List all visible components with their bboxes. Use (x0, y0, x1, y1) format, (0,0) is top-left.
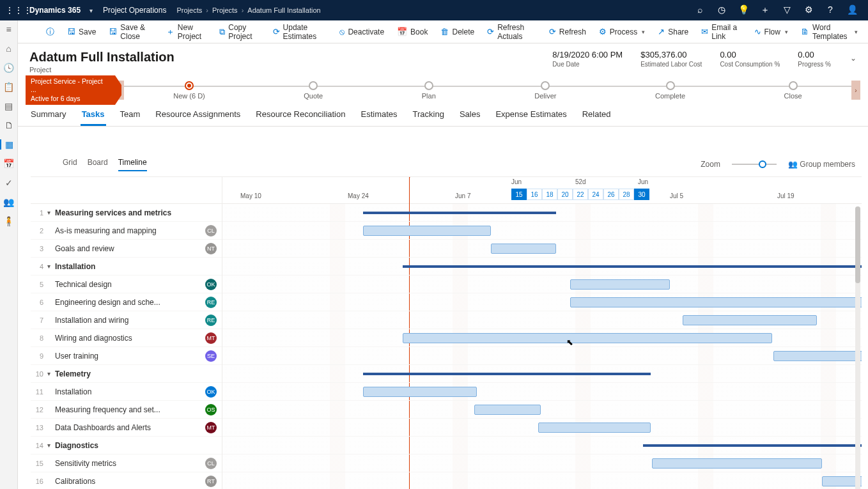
gear-icon[interactable]: ⚙ (798, 4, 819, 16)
task-bar[interactable] (683, 315, 817, 325)
rail-pinned-icon[interactable]: 📋 (0, 82, 18, 92)
task-row[interactable]: 5 Technical designOK (31, 276, 222, 293)
timeline-day-cell[interactable]: 22 (573, 189, 588, 200)
tab-tracking[interactable]: Tracking (412, 109, 446, 126)
update-estimates-button[interactable]: ⟳Update Estimates (268, 20, 332, 43)
plus-icon[interactable]: ＋ (754, 4, 776, 16)
bpf-stage[interactable]: Plan (422, 81, 436, 100)
view-mode-grid[interactable]: Grid (63, 158, 77, 171)
task-bar[interactable] (570, 297, 862, 307)
book-button[interactable]: 📅Book (392, 24, 433, 39)
task-bar[interactable] (363, 226, 491, 236)
copy-project-button[interactable]: ⧉Copy Project (214, 20, 265, 43)
group-members-button[interactable]: 👥 Group members (788, 160, 855, 169)
timeline-day-cell[interactable]: 24 (588, 189, 603, 200)
task-row[interactable]: 6 Engineering design and sche...RE (31, 293, 222, 311)
task-bar[interactable] (363, 387, 477, 397)
rail-home-icon[interactable]: ⌂ (0, 43, 18, 54)
bpf-expand-icon[interactable]: › (851, 81, 860, 100)
timeline-day-cell[interactable]: 18 (542, 189, 557, 200)
save-close-button[interactable]: 🖫Save & Close (104, 20, 159, 43)
crumb-2[interactable]: Projects (212, 6, 238, 14)
task-bar[interactable] (570, 279, 670, 290)
chevron-down-icon[interactable]: ▾ (47, 263, 55, 270)
refresh-button[interactable]: ⟳Refresh (544, 24, 591, 39)
assignee-avatar[interactable]: CL (205, 458, 217, 469)
assignee-avatar[interactable]: OS (205, 404, 217, 415)
view-mode-board[interactable]: Board (88, 158, 108, 171)
vertical-scrollbar[interactable] (855, 206, 860, 489)
bpf-stage[interactable]: New (6 D) (173, 81, 205, 100)
search-icon[interactable]: ⌕ (689, 4, 711, 16)
assignee-avatar[interactable]: OK (205, 279, 217, 290)
rail-calendar-icon[interactable]: 📅 (0, 159, 18, 169)
assignee-avatar[interactable]: RT (205, 476, 217, 487)
deactivate-button[interactable]: ⦸Deactivate (334, 24, 389, 40)
share-button[interactable]: ↗Share (653, 24, 694, 39)
process-button[interactable]: ⚙Process (594, 24, 650, 39)
tab-resource-assignments[interactable]: Resource Assignments (154, 109, 242, 126)
task-row[interactable]: 13 Data Dashboards and AlertsMT (31, 419, 222, 437)
tab-team[interactable]: Team (119, 109, 142, 126)
brand-label[interactable]: Dynamics 365 (26, 6, 84, 15)
crumb-1[interactable]: Projects (176, 6, 202, 14)
flow-button[interactable]: ∿Flow (749, 24, 793, 39)
tab-sales[interactable]: Sales (458, 109, 482, 126)
timeline-day-cell[interactable]: 28 (619, 189, 634, 200)
task-bar[interactable] (773, 351, 862, 361)
rail-menu-icon[interactable]: ≡ (0, 24, 18, 35)
timeline-day-cell[interactable]: 26 (603, 189, 619, 200)
help-icon[interactable]: ? (819, 4, 841, 16)
zoom-slider[interactable] (732, 164, 777, 165)
email-link-button[interactable]: ✉Email a Link (696, 20, 746, 43)
assignee-avatar[interactable]: RE (205, 314, 217, 326)
tab-related[interactable]: Related (581, 109, 612, 126)
assignee-avatar[interactable]: RE (205, 297, 217, 308)
brand-chevron-icon[interactable]: ▾ (84, 7, 98, 14)
task-row[interactable]: 4▾Installation (31, 258, 222, 276)
rail-list-icon[interactable]: ▤ (0, 101, 18, 111)
rail-approval-icon[interactable]: ✓ (0, 178, 18, 188)
app-launcher-icon[interactable]: ⋮⋮⋮ (5, 5, 26, 15)
task-row[interactable]: 12 Measuring frequency and set...OS (31, 401, 222, 419)
gantt-chart[interactable]: May 10May 24Jun 7Jul 5Jul 19Aug 2Jun52dJ… (222, 177, 862, 489)
refresh-actuals-button[interactable]: ⟳Refresh Actuals (482, 20, 541, 43)
task-row[interactable]: 16 CalibrationsRT (31, 472, 222, 489)
word-templates-button[interactable]: 🗎Word Templates (796, 20, 863, 43)
chevron-down-icon[interactable]: ▾ (47, 442, 55, 449)
rail-projects-icon[interactable]: ▦ (0, 139, 18, 150)
summary-bar[interactable] (403, 265, 862, 268)
assignee-avatar[interactable]: MT (205, 332, 217, 344)
summary-bar[interactable] (363, 212, 556, 214)
filter-icon[interactable]: ▽ (776, 4, 798, 16)
tab-expense-estimates[interactable]: Expense Estimates (494, 109, 568, 126)
task-row[interactable]: 2 As-is measuring and mappingCL (31, 222, 222, 240)
chevron-down-icon[interactable]: ▾ (47, 209, 55, 216)
task-bar[interactable] (538, 423, 651, 433)
timeline-day-cell[interactable]: 20 (557, 189, 573, 200)
bpf-stage[interactable]: Close (784, 81, 802, 100)
task-row[interactable]: 3 Goals and reviewNT (31, 240, 222, 258)
header-expand-chevron-icon[interactable]: ⌄ (850, 50, 856, 63)
bpf-active-stage-badge[interactable]: Project Service - Project ... Active for… (26, 75, 115, 104)
task-row[interactable]: 14▾Diagnostics (31, 437, 222, 454)
delete-button[interactable]: 🗑Delete (435, 24, 479, 39)
assignee-avatar[interactable]: NT (205, 243, 217, 254)
summary-bar[interactable] (363, 373, 651, 375)
assignee-avatar[interactable]: OK (205, 386, 217, 398)
task-row[interactable]: 15 Sensitivity metricsCL (31, 454, 222, 472)
task-row[interactable]: 10▾Telemetry (31, 365, 222, 383)
task-row[interactable]: 11 InstallationOK (31, 383, 222, 401)
timeline-day-cell[interactable]: 16 (527, 189, 542, 200)
rail-people-icon[interactable]: 👥 (0, 197, 18, 207)
assignee-avatar[interactable]: MT (205, 422, 217, 433)
assignee-avatar[interactable]: CL (205, 225, 217, 237)
task-bar[interactable] (403, 333, 772, 343)
lightbulb-icon[interactable]: 💡 (732, 4, 754, 16)
user-icon[interactable]: 👤 (841, 4, 863, 16)
task-bar[interactable] (474, 405, 541, 415)
task-icon[interactable]: ◷ (711, 4, 732, 16)
module-label[interactable]: Project Operations (98, 6, 171, 15)
bpf-stage[interactable]: Quote (304, 81, 323, 100)
rail-recent-icon[interactable]: 🕓 (0, 63, 18, 73)
